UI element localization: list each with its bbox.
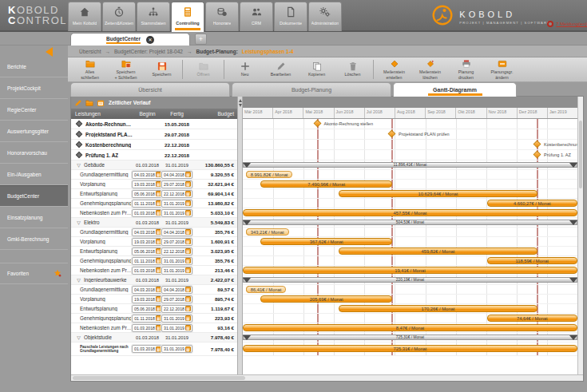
task-bar[interactable]: 343,21€ / Monat bbox=[246, 228, 277, 236]
calendar-button-icon[interactable]: ▦ bbox=[156, 191, 161, 196]
task-bar[interactable]: 10.629,64€ / Monat bbox=[339, 190, 537, 197]
nav-tab-zeiten-kosten[interactable]: Zeiten&Kosten bbox=[102, 2, 136, 31]
fertig-date-input[interactable]: 31.01.2019 ▦ bbox=[161, 200, 192, 208]
calendar-button-icon[interactable]: ▦ bbox=[185, 258, 191, 263]
window-tab-budgetcenter[interactable]: BudgetCenter ✕ bbox=[70, 33, 190, 46]
table-row-projektstand-plan-pruefen[interactable]: Projektstand PLAN prüfen 29.07.2018 bbox=[71, 129, 237, 140]
table-row-ingenieurbauwerke[interactable]: ▽Ingenieurbauwerke 01.03.201831.01.20192… bbox=[71, 275, 237, 285]
gantt-row-genehmigungsplanung[interactable]: 4.660,27€ / Monat bbox=[243, 199, 577, 208]
table-row-objektstudie[interactable]: ▽Objektstudie 01.03.201831.01.20197.978,… bbox=[71, 333, 237, 343]
beginn-date-input[interactable]: 01.11.2018 ▦ bbox=[132, 257, 163, 265]
horizontal-scrollbar-thumb[interactable] bbox=[73, 376, 245, 380]
calendar-button-icon[interactable]: ▦ bbox=[156, 229, 161, 235]
table-row-nebenkosten-zum-projekt[interactable]: Nebenkosten zum Projekt 01.03.2018 ▦ 31.… bbox=[71, 208, 237, 218]
task-bar[interactable]: 457,55€ / Monat bbox=[243, 209, 577, 216]
fertig-date-input[interactable]: 31.01.2019 ▦ bbox=[161, 315, 192, 323]
calendar-button-icon[interactable]: ▦ bbox=[185, 181, 191, 187]
fertig-date-input[interactable]: 29.07.2018 ▦ bbox=[161, 295, 192, 303]
expand-icon[interactable]: ▽ bbox=[75, 277, 82, 283]
gantt-row-genehmigungsplanung[interactable]: 118,59€ / Monat bbox=[243, 256, 577, 266]
gantt-row-objektstudie[interactable]: 725,31€ / Monat bbox=[243, 333, 577, 343]
planung-drucken-button[interactable]: Planung drucken bbox=[448, 59, 484, 79]
beginn-date-input[interactable]: 19.03.2018 ▦ bbox=[132, 295, 163, 303]
sidebar-item-projektcockpit[interactable]: ProjektCockpit bbox=[0, 77, 68, 99]
tab-gantt-diagramm[interactable]: Gantt-Diagramm bbox=[393, 82, 517, 97]
alles-schliessen-button[interactable]: Alles schließen bbox=[72, 59, 108, 79]
beginn-date-input[interactable]: 05.06.2018 ▦ bbox=[132, 247, 163, 255]
breadcrumb-overview[interactable]: Übersicht bbox=[79, 49, 101, 54]
folder-icon[interactable] bbox=[85, 96, 93, 110]
gantt-row-entwurfsplanung[interactable]: 10.629,64€ / Monat bbox=[243, 189, 577, 199]
calendar-button-icon[interactable]: ▦ bbox=[185, 239, 191, 244]
beginn-date-input[interactable]: 01.03.2018 ▦ bbox=[132, 209, 163, 217]
horizontal-scrollbar[interactable] bbox=[71, 374, 583, 381]
fertig-date-input[interactable]: 31.01.2019 ▦ bbox=[161, 209, 192, 217]
calendar-button-icon[interactable]: ▦ bbox=[185, 306, 191, 311]
table-row-nebenkosten-zum-projekt[interactable]: Nebenkosten zum Projekt 01.03.2018 ▦ 31.… bbox=[71, 323, 237, 333]
task-bar[interactable]: 86,41€ / Monat bbox=[246, 286, 277, 293]
calendar-button-icon[interactable]: ▦ bbox=[156, 346, 161, 352]
task-bar[interactable]: 725,31€ / Monat bbox=[243, 345, 577, 352]
milestone-diamond-icon[interactable] bbox=[533, 141, 541, 148]
task-bar[interactable]: 205,69€ / Monat bbox=[260, 295, 392, 303]
speichern-schliessen-button[interactable]: Speichern + Schließen bbox=[108, 59, 144, 79]
gantt-row-pauschale-leistungen-nach-grundlagenermittlung[interactable]: 725,31€ / Monat bbox=[243, 343, 577, 356]
beginn-date-input[interactable]: 05.06.2018 ▦ bbox=[132, 190, 163, 198]
calendar-button-icon[interactable]: ▦ bbox=[156, 296, 161, 302]
sidebar-item-favoriten[interactable]: Favoriten bbox=[0, 263, 68, 284]
calendar-button-icon[interactable]: ▦ bbox=[185, 315, 191, 321]
beginn-date-input[interactable]: 01.11.2018 ▦ bbox=[132, 200, 163, 208]
collapse-sidebar-icon[interactable] bbox=[46, 47, 53, 57]
fertig-date-input[interactable]: 22.12.2018 ▦ bbox=[161, 190, 192, 198]
bearbeiten-button[interactable]: Bearbeiten bbox=[263, 61, 299, 77]
calendar-button-icon[interactable]: ▦ bbox=[185, 296, 191, 302]
table-row-vorplanung[interactable]: Vorplanung 19.03.2018 ▦ 29.07.2018 ▦ 32.… bbox=[71, 180, 237, 189]
milestone-diamond-icon[interactable] bbox=[533, 151, 541, 159]
gantt-row-entwurfsplanung[interactable]: 170,26€ / Monat bbox=[243, 304, 577, 314]
fertig-date-input[interactable]: 22.12.2018 ▦ bbox=[161, 305, 192, 313]
fertig-date-input[interactable]: 31.01.2019 ▦ bbox=[161, 257, 192, 265]
summary-bar[interactable]: 504,53€ / Monat bbox=[243, 220, 577, 225]
calendar-button-icon[interactable]: ▦ bbox=[185, 229, 191, 235]
table-row-vorplanung[interactable]: Vorplanung 19.03.2018 ▦ 29.07.2018 ▦ 1.6… bbox=[71, 237, 237, 247]
calendar-button-icon[interactable]: ▦ bbox=[185, 200, 191, 206]
gantt-row-grundlagenermittlung[interactable]: 86,41€ / Monat bbox=[243, 285, 577, 295]
task-bar[interactable]: 74,64€ / Monat bbox=[487, 315, 577, 322]
fertig-date-input[interactable]: 31.01.2019 ▦ bbox=[161, 345, 192, 353]
speichern-button[interactable]: Speichern bbox=[144, 61, 180, 77]
calendar-button-icon[interactable]: ▦ bbox=[185, 210, 191, 216]
kopieren-button[interactable]: Kopieren bbox=[299, 61, 335, 77]
table-row-entwurfsplanung[interactable]: Entwurfsplanung 05.06.2018 ▦ 22.12.2018 … bbox=[71, 189, 237, 199]
notifications-link[interactable]: 7 Meldung(en) bbox=[547, 21, 587, 27]
beginn-date-input[interactable]: 05.06.2018 ▦ bbox=[132, 305, 163, 313]
task-bar[interactable]: 19,41€ / Monat bbox=[243, 267, 577, 274]
summary-bar[interactable]: 725,31€ / Monat bbox=[243, 335, 577, 340]
close-tab-icon[interactable]: ✕ bbox=[146, 36, 154, 44]
table-row-pruefung-1-az[interactable]: Prüfung 1. AZ 22.12.2018 bbox=[71, 150, 237, 160]
task-bar[interactable]: 8,47€ / Monat bbox=[243, 324, 577, 331]
calendar-button-icon[interactable]: ▦ bbox=[156, 306, 161, 311]
beginn-date-input[interactable]: 19.03.2018 ▦ bbox=[132, 180, 163, 188]
calendar-button-icon[interactable]: ▦ bbox=[156, 210, 161, 216]
calendar-button-icon[interactable]: ▦ bbox=[185, 346, 191, 352]
table-row-genehmigungsplanung[interactable]: Genehmigungsplanung 01.11.2018 ▦ 31.01.2… bbox=[71, 199, 237, 208]
calendar-button-icon[interactable]: ▦ bbox=[156, 258, 161, 263]
fertig-date-input[interactable]: 29.07.2018 ▦ bbox=[161, 180, 192, 188]
table-row-genehmigungsplanung[interactable]: Genehmigungsplanung 01.11.2018 ▦ 31.01.2… bbox=[71, 256, 237, 266]
sidebar-item-budgetcenter[interactable]: BudgetCenter bbox=[0, 185, 68, 207]
vertical-scrollbar-thumb[interactable] bbox=[579, 121, 582, 188]
gantt-row-akonto-rechnung-stellen[interactable]: Akonto-Rechnung stellen bbox=[243, 119, 577, 129]
calendar-button-icon[interactable]: ▦ bbox=[185, 267, 191, 273]
task-bar[interactable]: 367,62€ / Monat bbox=[260, 238, 392, 245]
expand-icon[interactable]: ▽ bbox=[75, 335, 82, 340]
sidebar-item-regiecenter[interactable]: RegieCenter bbox=[0, 99, 68, 121]
nav-tab-stammdaten[interactable]: Stammdaten bbox=[137, 2, 170, 31]
expand-icon[interactable]: ▽ bbox=[75, 220, 82, 225]
table-row-entwurfsplanung[interactable]: Entwurfsplanung 05.06.2018 ▦ 22.12.2018 … bbox=[71, 304, 237, 314]
task-bar[interactable]: 4.660,27€ / Monat bbox=[487, 200, 577, 207]
gantt-row-vorplanung[interactable]: 367,62€ / Monat bbox=[243, 237, 577, 247]
table-row-elektro[interactable]: ▽Elektro 01.03.201831.01.20195.549,83 € bbox=[71, 218, 237, 228]
milestone-diamond-icon[interactable] bbox=[388, 130, 396, 138]
gantt-row-grundlagenermittlung[interactable]: 8.991,82€ / Monat bbox=[243, 170, 577, 180]
gantt-row-elektro[interactable]: 504,53€ / Monat bbox=[243, 218, 577, 228]
